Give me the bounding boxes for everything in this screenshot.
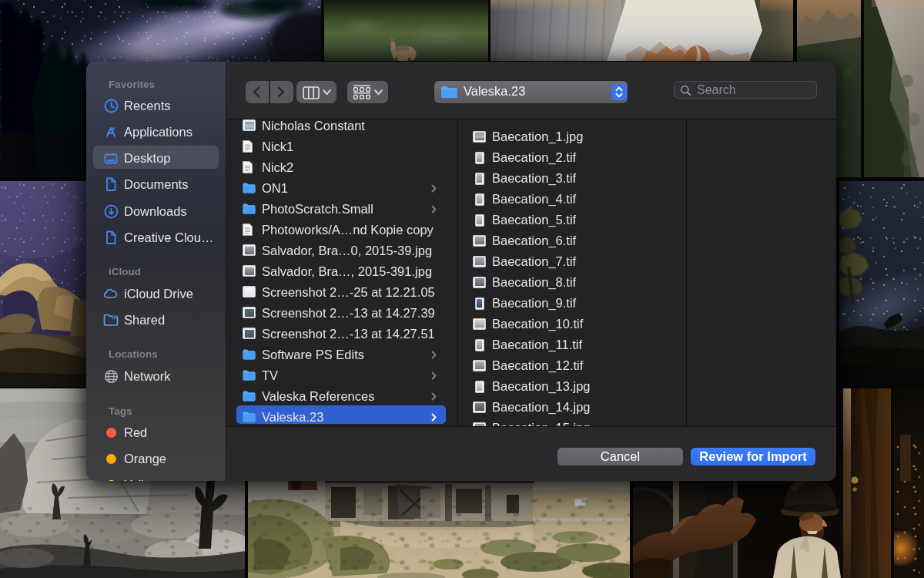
svg-text:8: 8 [113,316,116,320]
